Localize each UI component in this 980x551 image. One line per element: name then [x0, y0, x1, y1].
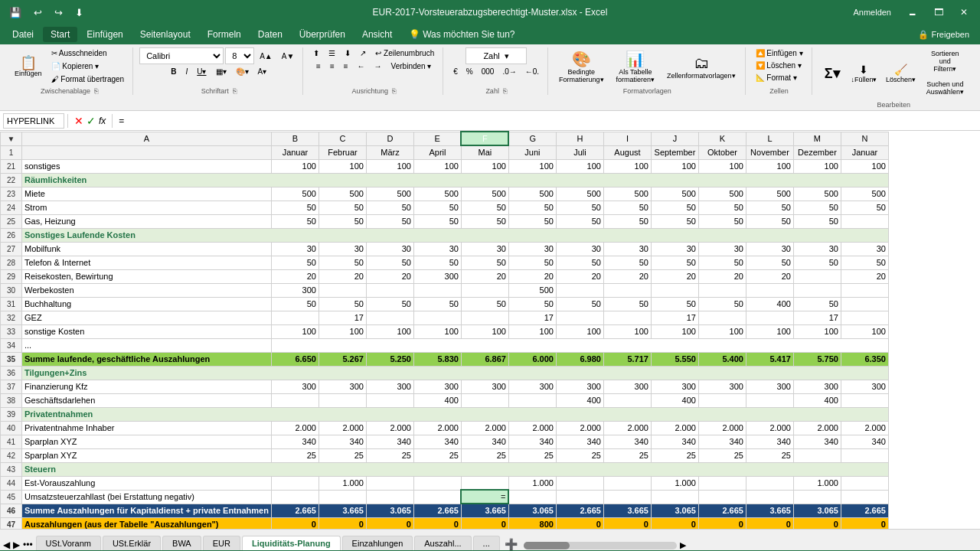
col-f-header[interactable]: F	[461, 132, 508, 145]
redo-icon[interactable]: ↪	[51, 5, 66, 20]
row-num-22[interactable]: 22	[1, 173, 22, 187]
text-direction-button[interactable]: ↗	[356, 47, 370, 59]
table-format-button[interactable]: 📊 Als Tabelleformatieren▾	[611, 47, 661, 86]
col-h-header[interactable]: H	[556, 132, 603, 145]
col-a-header[interactable]: A	[22, 132, 272, 145]
undo-icon[interactable]: ↩	[31, 5, 45, 20]
menu-ansicht[interactable]: Ansicht	[354, 27, 400, 42]
format-painter-button[interactable]: 🖌 Format übertragen	[47, 73, 129, 85]
menu-ueberpruefen[interactable]: Überprüfen	[292, 27, 353, 42]
format-cells-button[interactable]: 📐 Format ▾	[752, 72, 807, 83]
font-size-select[interactable]: 8 10 11 12	[225, 47, 254, 64]
align-center-button[interactable]: ≡	[326, 60, 338, 72]
horizontal-scrollbar[interactable]: ▶	[518, 540, 980, 550]
sheet-tab-eur[interactable]: EUR	[203, 536, 240, 550]
scroll-right-tab-button[interactable]: ▶	[13, 540, 20, 550]
sheet-tab-einzahlungen[interactable]: Einzahlungen	[342, 536, 413, 550]
menu-start[interactable]: Start	[43, 27, 77, 42]
wrap-text-button[interactable]: ↩ Zeilenumbruch	[371, 47, 438, 59]
col-i-header[interactable]: I	[603, 132, 651, 145]
sheet-tab-liquiditaet[interactable]: Liquiditäts-Planung	[242, 536, 341, 550]
minimize-button[interactable]: 🗕	[902, 5, 923, 19]
col-d-header[interactable]: D	[366, 132, 413, 145]
increase-indent-button[interactable]: →	[371, 60, 386, 72]
close-button[interactable]: ✕	[954, 5, 974, 19]
align-mid-button[interactable]: ☰	[325, 47, 339, 59]
scroll-right-button[interactable]: ▶	[680, 540, 686, 550]
align-top-button[interactable]: ⬆	[309, 47, 323, 59]
menu-datei[interactable]: Datei	[5, 27, 41, 42]
find-select-button[interactable]: Suchen undAuswählen▾	[921, 77, 969, 99]
col-b-header[interactable]: B	[271, 132, 318, 145]
thousands-button[interactable]: 000	[478, 66, 498, 77]
border-button[interactable]: ▦▾	[212, 66, 230, 77]
italic-button[interactable]: I	[181, 66, 191, 77]
col-k-header[interactable]: K	[698, 132, 746, 145]
decrease-decimal-button[interactable]: ←0.	[521, 66, 543, 77]
underline-button[interactable]: U▾	[193, 66, 210, 77]
autosum-button[interactable]: Σ▾	[818, 57, 846, 90]
einfuegen-button[interactable]: 📋 Einfügen	[11, 51, 46, 83]
increase-font-button[interactable]: A▲	[256, 51, 276, 62]
cell-styles-button[interactable]: 🗂 Zellenformatvorlagen▾	[662, 51, 741, 83]
cell-22-a[interactable]: Räumlichkeiten	[22, 173, 889, 187]
cell-21-a[interactable]: sonstiges	[22, 159, 272, 173]
insert-cells-button[interactable]: 🔼 Einfügen ▾	[752, 47, 807, 59]
freigeben-button[interactable]: 🔒 Freigeben	[918, 30, 969, 40]
scroll-left-tab-button[interactable]: ◀	[3, 540, 10, 550]
currency-button[interactable]: %	[462, 66, 477, 77]
col-j-header[interactable]: J	[651, 132, 698, 145]
sheet-tab-ust-erklaer[interactable]: USt.Erklär	[103, 536, 161, 550]
function-icon[interactable]: fx	[99, 116, 106, 126]
bold-button[interactable]: B	[167, 66, 180, 77]
conditional-format-button[interactable]: 🎨 BedingteFormatierung▾	[554, 47, 609, 86]
clear-button[interactable]: 🧹 Löschen▾	[882, 57, 920, 90]
merge-button[interactable]: Verbinden ▾	[387, 60, 436, 72]
percent-button[interactable]: €	[449, 66, 462, 77]
menu-help[interactable]: 💡 Was möchten Sie tun?	[401, 27, 522, 42]
col-m-header[interactable]: M	[793, 132, 841, 145]
align-right-button[interactable]: ≡	[340, 60, 352, 72]
col-e-header[interactable]: E	[413, 132, 461, 145]
increase-decimal-button[interactable]: .0→	[498, 66, 520, 77]
col-c-header[interactable]: C	[318, 132, 366, 145]
add-sheet-button[interactable]: ➕	[505, 538, 518, 550]
menu-einfuegen[interactable]: Einfügen	[79, 27, 130, 42]
align-bot-button[interactable]: ⬇	[341, 47, 354, 59]
name-box[interactable]	[3, 113, 64, 129]
sheet-tab-ust-voranm[interactable]: USt.Voranm	[36, 536, 101, 550]
confirm-formula-icon[interactable]: ✓	[87, 115, 96, 127]
menu-seitenlayout[interactable]: Seitenlayout	[132, 27, 198, 42]
col-g-header[interactable]: G	[508, 132, 556, 145]
font-family-select[interactable]: Calibri	[139, 47, 224, 64]
formula-input[interactable]	[116, 113, 977, 129]
menu-daten[interactable]: Daten	[250, 27, 290, 42]
cancel-formula-icon[interactable]: ✕	[74, 115, 83, 127]
fill-button[interactable]: ⬇ ↓Füllen▾	[848, 57, 881, 90]
login-label[interactable]: Anmelden	[853, 8, 891, 17]
row-num-1[interactable]: 1	[1, 145, 22, 159]
decrease-indent-button[interactable]: ←	[354, 60, 369, 72]
decrease-font-button[interactable]: A▼	[278, 51, 299, 62]
number-format-box[interactable]: Zahl ▾	[466, 47, 527, 64]
save-icon[interactable]: 💾	[6, 5, 24, 20]
cell-21-b[interactable]: 100	[271, 159, 318, 173]
row-num-21[interactable]: 21	[1, 159, 22, 173]
maximize-button[interactable]: 🗖	[928, 5, 949, 19]
menu-formeln[interactable]: Formeln	[200, 27, 249, 42]
cell-1-a[interactable]	[22, 145, 272, 159]
fill-color-button[interactable]: 🎨▾	[232, 66, 253, 77]
align-left-button[interactable]: ≡	[312, 60, 325, 72]
font-color-button[interactable]: A▾	[254, 66, 271, 77]
more-tabs-button[interactable]: •••	[23, 540, 33, 550]
delete-cells-button[interactable]: 🔽 Löschen ▾	[752, 60, 807, 71]
customize-icon[interactable]: ⬇	[72, 5, 87, 20]
selected-cell-f45[interactable]: =	[461, 490, 508, 504]
copy-button[interactable]: 📄 Kopieren ▾	[47, 60, 129, 72]
col-n-header[interactable]: N	[841, 132, 888, 145]
sheet-tab-auszahl[interactable]: Auszahl...	[414, 536, 471, 550]
sort-filter-button[interactable]: Sortieren undFiltern▾	[921, 47, 969, 75]
col-l-header[interactable]: L	[746, 132, 793, 145]
cut-button[interactable]: ✂ Ausschneiden	[47, 47, 129, 59]
sheet-tab-more[interactable]: ...	[473, 536, 500, 550]
